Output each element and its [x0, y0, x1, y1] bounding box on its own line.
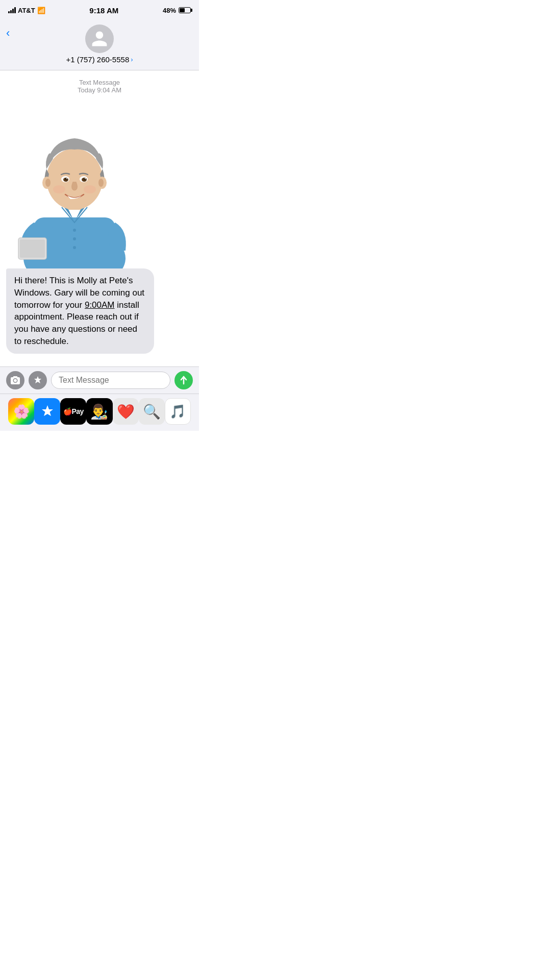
svg-point-9 — [46, 149, 103, 210]
status-right: 48% — [163, 7, 191, 14]
dock-appstore-icon — [39, 403, 56, 420]
status-bar: AT&T 📶 9:18 AM 48% — [0, 0, 199, 20]
person-icon — [90, 30, 109, 48]
send-button[interactable] — [174, 371, 193, 389]
status-left: AT&T 📶 — [8, 7, 45, 14]
text-message-input[interactable] — [59, 376, 163, 385]
contact-avatar[interactable] — [85, 24, 114, 53]
input-area — [0, 366, 199, 394]
dock-heartapp[interactable]: ❤️ — [113, 398, 139, 425]
svg-rect-7 — [20, 239, 45, 258]
dock-appstore[interactable] — [34, 398, 60, 425]
contact-chevron: › — [131, 56, 133, 63]
signal-bars — [8, 7, 16, 13]
svg-point-17 — [85, 178, 86, 179]
message-time-label: Today 9:04 AM — [6, 86, 193, 94]
contact-photo — [8, 100, 193, 268]
svg-point-4 — [73, 237, 76, 240]
message-header: ‹ +1 (757) 260-5558 › — [0, 20, 199, 70]
appstore-icon — [33, 376, 42, 385]
message-date: Text Message Today 9:04 AM — [6, 79, 193, 94]
message-bubble: Hi there! This is Molly at Pete's Window… — [6, 268, 154, 354]
camera-icon — [11, 376, 20, 384]
svg-point-3 — [73, 229, 76, 232]
text-input-wrap[interactable] — [51, 372, 170, 389]
svg-point-19 — [84, 185, 96, 193]
svg-point-21 — [45, 179, 51, 187]
dock-memoji[interactable]: 👨‍🎨 — [86, 398, 112, 425]
svg-point-5 — [73, 246, 76, 249]
contact-number[interactable]: +1 (757) 260-5558 › — [66, 55, 133, 64]
appointment-time: 9:00AM — [85, 300, 115, 310]
svg-point-18 — [53, 185, 65, 193]
appstore-button[interactable] — [29, 371, 47, 389]
battery-icon — [179, 7, 191, 13]
carrier-label: AT&T — [18, 7, 35, 14]
app-dock: 🌸 🍎Pay 👨‍🎨 ❤️ 🔍 🎵 — [0, 394, 199, 431]
wifi-icon: 📶 — [37, 7, 45, 14]
dock-music[interactable]: 🎵 — [165, 398, 191, 425]
incoming-message-row: Hi there! This is Molly at Pete's Window… — [6, 268, 193, 354]
dock-search[interactable]: 🔍 — [139, 398, 165, 425]
message-type-label: Text Message — [6, 79, 193, 86]
battery-percentage: 48% — [163, 7, 176, 14]
chat-area: Text Message Today 9:04 AM — [0, 70, 199, 366]
send-icon — [179, 376, 188, 385]
dock-applepay[interactable]: 🍎Pay — [60, 398, 86, 425]
dock-photos[interactable]: 🌸 — [8, 398, 34, 425]
svg-point-23 — [98, 179, 104, 187]
camera-button[interactable] — [6, 371, 24, 389]
svg-point-16 — [66, 178, 67, 179]
back-button[interactable]: ‹ — [6, 27, 10, 40]
time-display: 9:18 AM — [89, 6, 118, 15]
